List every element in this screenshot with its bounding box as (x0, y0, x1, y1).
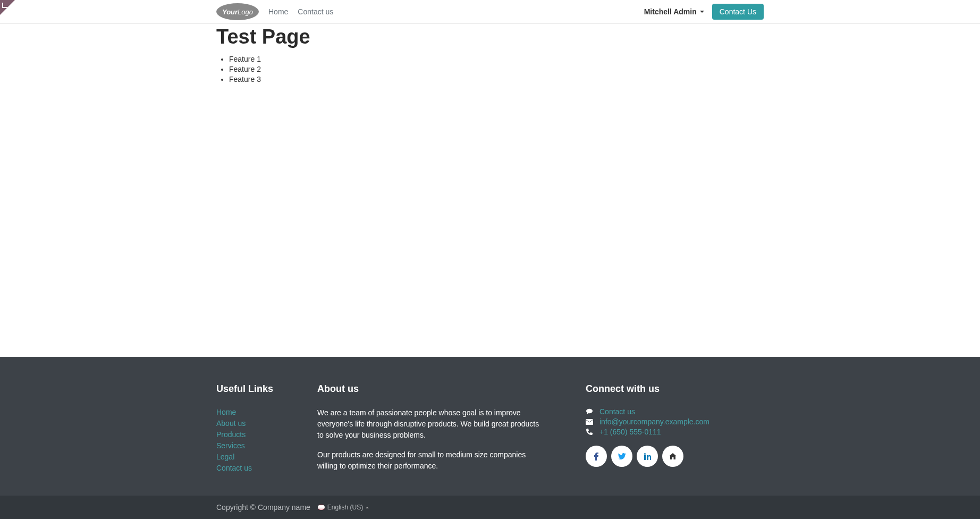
social-facebook-link[interactable] (586, 446, 607, 467)
footer-heading-about: About us (317, 383, 546, 395)
home-icon (669, 453, 677, 459)
chat-icon (586, 408, 593, 415)
logo-shape: YourLogo (216, 3, 259, 20)
svg-point-0 (586, 409, 593, 413)
footer-about: About us We are a team of passionate peo… (317, 383, 546, 474)
language-label: English (US) (327, 504, 363, 511)
footer-link-products[interactable]: Products (216, 430, 246, 439)
site-header: YourLogo Home Contact us Mitchell Admin … (0, 0, 980, 24)
chevron-up-icon (366, 507, 369, 508)
editor-corner-handle[interactable] (0, 0, 15, 15)
nav-link-home[interactable]: Home (268, 7, 288, 16)
footer-heading-connect: Connect with us (586, 383, 764, 395)
footer-link-services[interactable]: Services (216, 441, 245, 450)
flag-icon (318, 505, 325, 510)
social-linkedin-link[interactable] (637, 446, 658, 467)
footer-link-legal[interactable]: Legal (216, 453, 234, 461)
main-nav: Home Contact us (268, 7, 333, 16)
copyright-bar: Copyright © Company name English (US) (0, 496, 980, 519)
social-icons-row (586, 446, 764, 467)
svg-point-3 (644, 453, 646, 455)
site-footer: Useful Links Home About us Products Serv… (0, 357, 980, 519)
footer-connect: Connect with us Contact us info@yourcomp… (586, 383, 764, 474)
list-item: Feature 3 (229, 75, 764, 83)
list-item: Feature 2 (229, 65, 764, 73)
phone-icon (586, 429, 593, 435)
svg-rect-2 (644, 455, 646, 460)
copyright-text: Copyright © Company name (216, 503, 310, 512)
user-menu-dropdown[interactable]: Mitchell Admin (644, 7, 704, 16)
footer-about-p2: Our products are designed for small to m… (317, 449, 546, 472)
user-name-label: Mitchell Admin (644, 7, 697, 16)
social-twitter-link[interactable] (611, 446, 632, 467)
twitter-icon (618, 453, 626, 459)
chevron-down-icon (700, 11, 704, 13)
facebook-icon (594, 453, 598, 461)
list-item: Feature 1 (229, 55, 764, 63)
footer-link-about[interactable]: About us (216, 419, 246, 428)
page-title: Test Page (216, 26, 764, 48)
connect-email-link[interactable]: info@yourcompany.example.com (599, 417, 709, 426)
footer-link-contact[interactable]: Contact us (216, 464, 252, 472)
logo-link[interactable]: YourLogo (216, 3, 259, 20)
nav-link-contact[interactable]: Contact us (298, 7, 333, 16)
footer-heading-useful-links: Useful Links (216, 383, 301, 395)
connect-phone-link[interactable]: +1 (650) 555-0111 (599, 428, 661, 436)
main-content: Test Page Feature 1 Feature 2 Feature 3 (0, 24, 980, 357)
envelope-icon (586, 419, 593, 425)
contact-us-button[interactable]: Contact Us (712, 4, 764, 20)
footer-link-home[interactable]: Home (216, 408, 236, 416)
feature-list: Feature 1 Feature 2 Feature 3 (216, 55, 764, 83)
connect-contact-link[interactable]: Contact us (599, 407, 635, 416)
logo-text: YourLogo (222, 8, 253, 16)
social-home-link[interactable] (662, 446, 683, 467)
footer-about-p1: We are a team of passionate people whose… (317, 407, 546, 441)
linkedin-icon (644, 453, 651, 460)
footer-useful-links: Useful Links Home About us Products Serv… (216, 383, 301, 474)
language-selector[interactable]: English (US) (318, 504, 369, 511)
